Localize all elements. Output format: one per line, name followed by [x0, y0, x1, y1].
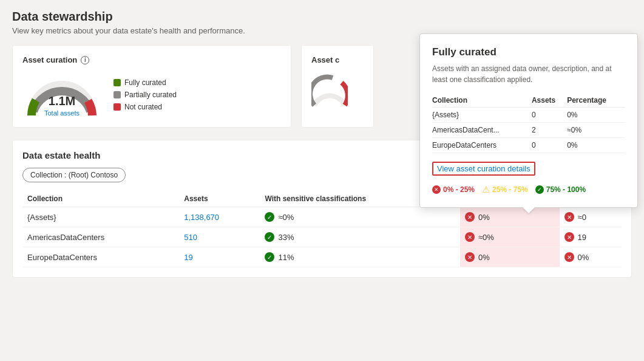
row2-assets: 510 [179, 227, 260, 247]
status-icon-red-2: ✕ [465, 232, 475, 242]
info-icon[interactable]: i [81, 56, 89, 64]
tooltip-popup: Fully curated Assets with an assigned da… [419, 33, 638, 208]
collection-filter[interactable]: Collection : (Root) Contoso [22, 168, 126, 182]
partial-card-title: Asset c [311, 55, 364, 64]
tt-row1-assets: 0 [532, 108, 567, 123]
status-icon-red-owner-3: ✕ [564, 252, 574, 262]
tooltip-description: Assets with an assigned data owner, desc… [432, 63, 625, 85]
tt-row2-col: AmericasDataCent... [432, 123, 532, 138]
tooltip-row: {Assets} 0 0% [432, 108, 625, 123]
tt-row2-pct: ≈0% [567, 123, 625, 138]
gauge-chart: 1.1M Total assets [22, 72, 101, 117]
row1-fully-curated: ✕ 0% [460, 207, 560, 227]
row1-collection: {Assets} [22, 207, 179, 227]
tooltip-col-assets: Assets [532, 94, 567, 108]
tooltip-row: AmericasDataCent... 2 ≈0% [432, 123, 625, 138]
row3-sensitive: ✓ 11% [260, 247, 459, 267]
tt-row2-assets: 2 [532, 123, 567, 138]
tooltip-table: Collection Assets Percentage {Assets} 0 … [432, 94, 625, 153]
status-icon-green-2: ✓ [265, 232, 274, 242]
gauge-center: 1.1M Total assets [44, 94, 80, 117]
view-asset-curation-link[interactable]: View asset curation details [432, 162, 535, 176]
tt-row3-col: EuropeDataCenters [432, 138, 532, 153]
row3-fully-curated: ✕ 0% [460, 247, 560, 267]
asset-card-partial: Asset c [301, 45, 374, 128]
status-icon-red: ✕ [465, 212, 475, 222]
tt-row3-assets: 0 [532, 138, 567, 153]
tt-row1-col: {Assets} [432, 108, 532, 123]
row3-owner: ✕ 0% [560, 247, 622, 267]
row1-assets: 1,138,670 [179, 207, 260, 227]
main-content: Data stewardship View key metrics about … [0, 0, 644, 287]
row2-collection: AmericasDataCenters [22, 227, 179, 247]
legend-dot-red [114, 103, 121, 111]
table-row: AmericasDataCenters 510 ✓ 33% ✕ ≈0% [22, 227, 622, 247]
legend-fully-curated: Fully curated [114, 78, 177, 87]
status-icon-red-owner: ✕ [564, 212, 574, 222]
tooltip-arrow [523, 207, 535, 213]
legend-dot-green [114, 79, 121, 86]
legend-dot-gray [114, 91, 121, 98]
status-icon-red-owner-2: ✕ [564, 232, 574, 242]
tooltip-col-collection: Collection [432, 94, 532, 108]
legend-partially-curated: Partially curated [114, 91, 177, 99]
card-title-asset-curation: Asset curation i [22, 55, 281, 64]
legend-not-curated: Not curated [114, 103, 177, 111]
range-legend-row: ✕ 0% - 25% ⚠ 25% - 75% ✓ 75% - 100% [432, 184, 625, 195]
range-red: ✕ 0% - 25% [432, 185, 475, 194]
row2-sensitive: ✓ 33% [260, 227, 459, 247]
row3-collection: EuropeDataCenters [22, 247, 179, 267]
tooltip-title: Fully curated [432, 46, 625, 58]
tt-row3-pct: 0% [567, 138, 625, 153]
gauge-container: 1.1M Total assets Fully curated Partiall… [22, 72, 281, 117]
range-yellow-icon: ⚠ [482, 184, 490, 195]
status-icon-green: ✓ [265, 212, 274, 222]
status-icon-red-3: ✕ [465, 252, 475, 262]
table-row: EuropeDataCenters 19 ✓ 11% ✕ 0% [22, 247, 622, 267]
tooltip-col-percentage: Percentage [567, 94, 625, 108]
gauge-legend: Fully curated Partially curated Not cura… [114, 78, 177, 111]
row2-owner: ✕ 19 [560, 227, 622, 247]
row3-assets: 19 [179, 247, 260, 267]
row2-fully-curated: ✕ ≈0% [460, 227, 560, 247]
row1-owner: ✕ ≈0 [560, 207, 622, 227]
page-header: Data stewardship View key metrics about … [12, 10, 632, 35]
range-red-icon: ✕ [432, 185, 441, 194]
row1-sensitive: ✓ ≈0% [260, 207, 459, 227]
page-title: Data stewardship [12, 10, 632, 24]
range-green-icon: ✓ [535, 185, 544, 194]
tt-row1-pct: 0% [567, 108, 625, 123]
col-header-assets: Assets [179, 191, 260, 207]
col-header-collection: Collection [22, 191, 179, 207]
range-green: ✓ 75% - 100% [535, 185, 586, 194]
tooltip-row: EuropeDataCenters 0 0% [432, 138, 625, 153]
status-icon-green-3: ✓ [265, 252, 274, 262]
asset-curation-card: Asset curation i 1.1 [12, 45, 291, 128]
range-yellow: ⚠ 25% - 75% [482, 184, 528, 195]
